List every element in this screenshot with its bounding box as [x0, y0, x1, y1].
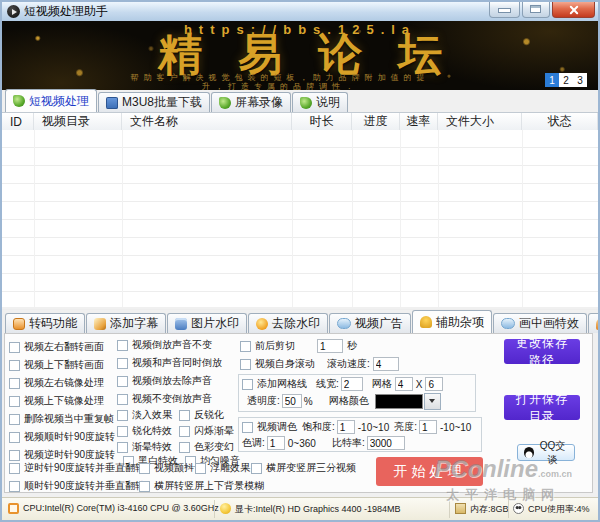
checkbox-fade-in[interactable]: 淡入效果 — [117, 408, 179, 422]
grid-color-swatch[interactable] — [375, 394, 423, 409]
table-row — [2, 166, 598, 184]
column-header-progress[interactable]: 进度 — [352, 113, 400, 130]
tab-software-settings[interactable]: 软件设置 — [588, 313, 600, 333]
checkbox[interactable] — [195, 463, 206, 474]
start-processing-button[interactable]: 开始处理 — [376, 457, 483, 486]
tab-short-video[interactable]: 短视频处理 — [5, 89, 97, 112]
checkbox-flip-horizontal[interactable]: 视频左右翻转画面 — [9, 340, 104, 354]
trim-seconds-input[interactable] — [317, 339, 343, 353]
checkbox[interactable] — [179, 426, 190, 437]
checkbox-keep-video-reverse-audio[interactable]: 视频不变倒放声音 — [117, 392, 212, 406]
pager-page-2[interactable]: 2 — [559, 73, 573, 87]
checkbox-rotate-ccw-90[interactable]: 视频逆时针90度旋转 — [9, 448, 115, 462]
pager-page-3[interactable]: 3 — [573, 73, 587, 87]
checkbox-flicker-vignette[interactable]: 闪烁渐晕 — [179, 424, 241, 438]
checkbox[interactable] — [9, 378, 20, 389]
checkbox-self-scroll[interactable] — [240, 359, 251, 370]
tab-remove-watermark[interactable]: 去除水印 — [248, 313, 328, 333]
grid-color-dropdown-button[interactable] — [424, 393, 441, 410]
pager-page-1[interactable]: 1 — [545, 73, 559, 87]
checkbox[interactable] — [117, 376, 128, 387]
checkbox-flip-vertical[interactable]: 视频上下翻转画面 — [9, 358, 104, 372]
scroll-speed-input[interactable] — [373, 357, 399, 371]
tab-m3u8-download[interactable]: M3U8批量下载 — [98, 92, 210, 112]
column-separator — [352, 130, 353, 307]
table-row — [2, 274, 598, 292]
checkbox-mirror-vertical[interactable]: 视频上下镜像处理 — [9, 394, 104, 408]
checkbox-landscape-to-portrait-thirds[interactable]: 横屏变竖屏三分视频 — [251, 461, 356, 475]
column-header-duration[interactable]: 时长 — [292, 113, 352, 130]
checkbox-vignette[interactable]: 渐晕特效 — [117, 440, 179, 454]
change-save-path-button[interactable]: 更改保存路径 — [504, 339, 580, 364]
grid-rows-input[interactable] — [425, 377, 443, 391]
qq-chat-button[interactable]: QQ交谈 — [517, 444, 575, 461]
checkbox[interactable] — [117, 426, 128, 437]
hue-input[interactable] — [267, 436, 285, 450]
tab-transcode[interactable]: 转码功能 — [5, 313, 85, 333]
checkbox[interactable] — [117, 410, 128, 421]
column-separator — [292, 130, 293, 307]
maximize-button[interactable] — [522, 2, 550, 18]
line-width-input[interactable] — [341, 377, 363, 391]
checkbox[interactable] — [179, 410, 190, 421]
column-header-filesize[interactable]: 文件大小 — [438, 113, 522, 130]
checkbox-reverse-keep-audio[interactable]: 视频倒放声音不变 — [117, 338, 212, 352]
checkbox[interactable] — [117, 442, 128, 453]
checkbox[interactable] — [117, 358, 128, 369]
checkbox-landscape-portrait-blur-bg[interactable]: 横屏转竖屏上下背景模糊 — [139, 479, 264, 493]
checkbox[interactable] — [251, 463, 262, 474]
column-header-speed[interactable]: 速率 — [400, 113, 438, 130]
checkbox-video-shake[interactable]: 视频颤抖 — [139, 461, 194, 475]
column-header-filename[interactable]: 文件名称 — [122, 113, 292, 130]
table-row — [2, 220, 598, 238]
tab-video-ad[interactable]: 视频广告 — [329, 313, 411, 333]
checkbox[interactable] — [9, 396, 20, 407]
forum-banner[interactable]: https://bbs.125.la 精易论坛 帮助客户解决视觉包装的短板，助力… — [2, 21, 598, 90]
saturation-input[interactable] — [337, 420, 355, 434]
checkbox-rotate-cw-90[interactable]: 视频顺时针90度旋转 — [9, 430, 115, 444]
checkbox-sharpen[interactable]: 锐化特效 — [117, 424, 179, 438]
checkbox-remove-duplicate-frames[interactable]: 删除视频当中重复帧 — [9, 412, 114, 426]
tab-image-watermark[interactable]: 图片水印 — [167, 313, 247, 333]
close-button[interactable] — [552, 2, 595, 18]
file-table-body[interactable] — [2, 130, 598, 307]
column-header-dir[interactable]: 视频目录 — [34, 113, 122, 130]
checkbox[interactable] — [9, 450, 20, 461]
tab-add-subtitle[interactable]: 添加字幕 — [86, 313, 166, 333]
column-header-id[interactable]: ID — [2, 113, 34, 130]
checkbox-ccw90-vflip[interactable]: 逆时针90度旋转并垂直翻转 — [9, 461, 145, 475]
tab-screen-record[interactable]: 屏幕录像 — [211, 92, 291, 112]
bitrate-input[interactable] — [367, 436, 405, 450]
tab-help[interactable]: 说明 — [292, 92, 348, 112]
checkbox[interactable] — [117, 394, 128, 405]
checkbox[interactable] — [117, 340, 128, 351]
checkbox[interactable] — [9, 481, 20, 492]
checkbox[interactable] — [9, 432, 20, 443]
checkbox-trim[interactable] — [240, 341, 251, 352]
brightness-input[interactable] — [419, 420, 437, 434]
minimize-button[interactable] — [489, 2, 520, 18]
open-save-dir-button[interactable]: 打开保存目录 — [504, 395, 580, 420]
grid-opacity-input[interactable] — [282, 394, 302, 408]
tab-pip-effects[interactable]: 画中画特效 — [493, 313, 587, 333]
checkbox[interactable] — [9, 360, 20, 371]
checkbox[interactable] — [179, 442, 190, 453]
checkbox-reverse-video-audio[interactable]: 视频和声音同时倒放 — [117, 356, 222, 370]
checkbox[interactable] — [139, 463, 150, 474]
checkbox-video-color[interactable] — [242, 422, 253, 433]
checkbox[interactable] — [9, 414, 20, 425]
checkbox-unsharp[interactable]: 反锐化 — [179, 408, 241, 422]
checkbox-add-grid-lines[interactable] — [242, 379, 253, 390]
table-row — [2, 184, 598, 202]
checkbox-mirror-horizontal[interactable]: 视频左右镜像处理 — [9, 376, 104, 390]
tab-misc-helpers[interactable]: 辅助杂项 — [412, 310, 492, 333]
checkbox[interactable] — [139, 481, 150, 492]
checkbox-cw90-vflip[interactable]: 顺时针90度旋转并垂直翻转 — [9, 479, 145, 493]
checkbox-reverse-remove-audio[interactable]: 视频倒放去除声音 — [117, 374, 212, 388]
checkbox[interactable] — [9, 342, 20, 353]
checkbox-color-shift[interactable]: 色彩变幻 — [179, 440, 241, 454]
checkbox-emboss[interactable]: 浮雕效果 — [195, 461, 250, 475]
column-header-status[interactable]: 状态 — [522, 113, 598, 130]
grid-cols-input[interactable] — [395, 377, 413, 391]
checkbox[interactable] — [9, 463, 20, 474]
